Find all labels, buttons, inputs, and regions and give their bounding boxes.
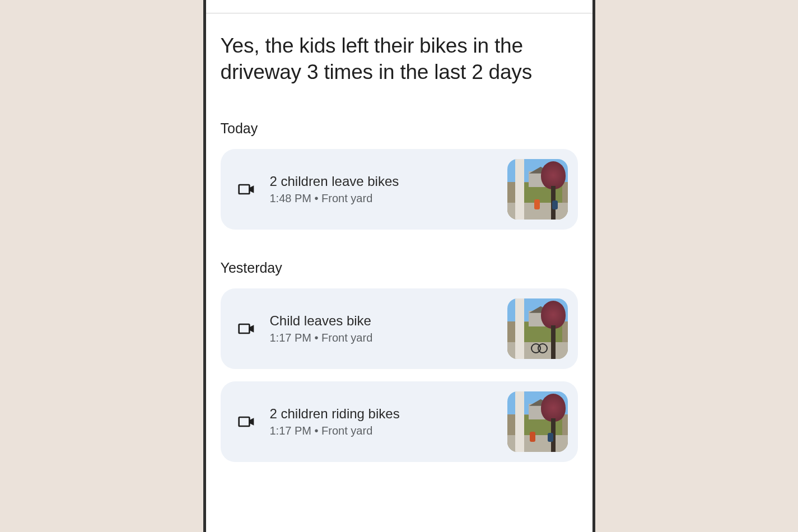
section-header-today: Today	[221, 120, 578, 137]
event-meta: 1:48 PM • Front yard	[270, 192, 507, 205]
status-bar	[206, 0, 592, 13]
event-title: 2 children riding bikes	[270, 406, 507, 422]
svg-rect-1	[239, 324, 249, 333]
event-location: Front yard	[321, 424, 372, 437]
main-content: Yes, the kids left their bikes in the dr…	[206, 13, 592, 462]
event-card[interactable]: 2 children leave bikes 1:48 PM • Front y…	[221, 149, 578, 230]
svg-rect-2	[239, 417, 249, 426]
event-text-block: Child leaves bike 1:17 PM • Front yard	[270, 313, 507, 344]
event-time: 1:48 PM	[270, 192, 311, 204]
video-camera-icon	[235, 178, 258, 200]
meta-separator: •	[311, 424, 321, 437]
event-title: 2 children leave bikes	[270, 174, 507, 189]
event-meta: 1:17 PM • Front yard	[270, 332, 507, 344]
device-frame: Yes, the kids left their bikes in the dr…	[203, 0, 595, 532]
svg-rect-0	[239, 185, 249, 194]
event-meta: 1:17 PM • Front yard	[270, 424, 507, 437]
meta-separator: •	[311, 332, 321, 344]
event-time: 1:17 PM	[270, 424, 311, 437]
section-header-yesterday: Yesterday	[221, 260, 578, 276]
event-thumbnail	[507, 298, 568, 359]
event-location: Front yard	[321, 332, 372, 344]
event-location: Front yard	[321, 192, 372, 204]
event-title: Child leaves bike	[270, 313, 507, 329]
event-card[interactable]: Child leaves bike 1:17 PM • Front yard	[221, 288, 578, 369]
event-thumbnail	[507, 391, 568, 452]
event-thumbnail	[507, 159, 568, 220]
meta-separator: •	[311, 192, 321, 204]
event-text-block: 2 children riding bikes 1:17 PM • Front …	[270, 406, 507, 437]
video-camera-icon	[235, 318, 258, 340]
event-text-block: 2 children leave bikes 1:48 PM • Front y…	[270, 174, 507, 205]
video-camera-icon	[235, 410, 258, 433]
summary-answer: Yes, the kids left their bikes in the dr…	[221, 32, 578, 86]
event-card[interactable]: 2 children riding bikes 1:17 PM • Front …	[221, 381, 578, 462]
event-time: 1:17 PM	[270, 332, 311, 344]
